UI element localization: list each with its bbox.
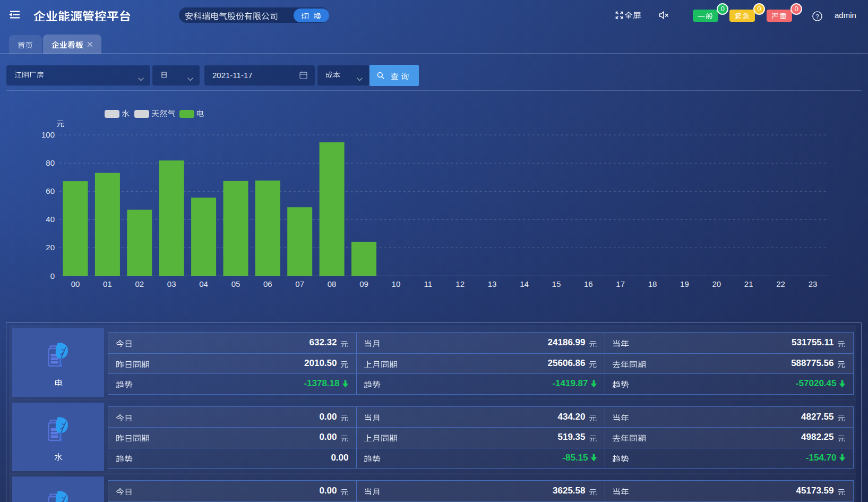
svg-text:21: 21 [744,279,753,288]
svg-text:0: 0 [50,271,55,280]
svg-text:100: 100 [41,130,55,139]
svg-text:23: 23 [809,279,818,288]
svg-text:80: 80 [46,158,55,167]
svg-text:22: 22 [776,279,785,288]
svg-text:12: 12 [456,279,465,288]
svg-text:06: 06 [263,279,272,288]
svg-text:18: 18 [648,279,657,288]
svg-text:20: 20 [46,243,55,252]
svg-text:20: 20 [712,279,721,288]
svg-text:17: 17 [616,279,625,288]
svg-text:16: 16 [584,279,593,288]
svg-text:10: 10 [392,279,401,288]
svg-text:05: 05 [231,279,240,288]
svg-text:03: 03 [167,279,176,288]
svg-text:09: 09 [359,279,368,288]
svg-text:02: 02 [135,279,144,288]
svg-text:08: 08 [328,279,337,288]
svg-text:15: 15 [552,279,561,288]
svg-text:00: 00 [71,279,80,288]
svg-text:60: 60 [46,186,55,195]
svg-text:07: 07 [295,279,304,288]
svg-text:14: 14 [520,279,529,288]
svg-text:04: 04 [199,279,208,288]
svg-text:19: 19 [680,279,689,288]
svg-text:13: 13 [488,279,497,288]
svg-text:40: 40 [46,215,55,224]
svg-text:11: 11 [424,279,433,288]
svg-text:01: 01 [103,279,112,288]
